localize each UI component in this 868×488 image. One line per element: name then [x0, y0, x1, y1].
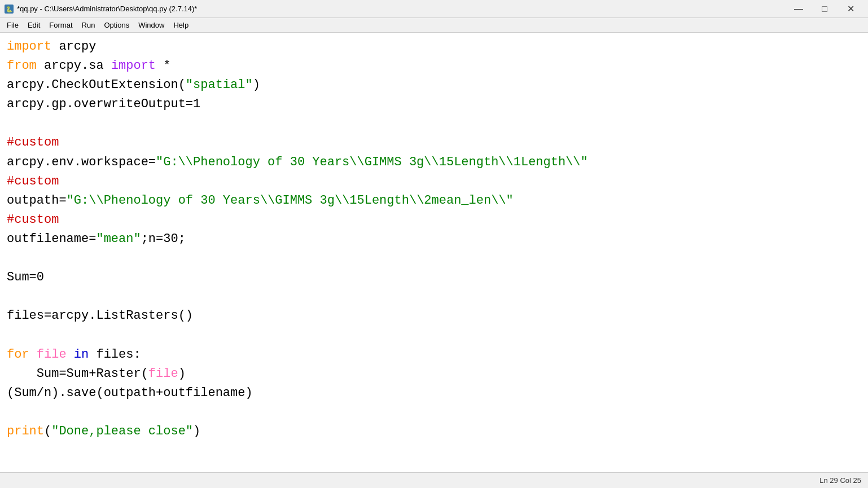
- code-line-20: [7, 403, 861, 422]
- code-line-21: print("Done,please close"): [7, 422, 861, 441]
- code-line-13: Sum=0: [7, 268, 861, 287]
- code-line-12: [7, 249, 861, 268]
- code-line-8: #custom: [7, 172, 861, 191]
- code-line-19: (Sum/n).save(outpath+outfilename): [7, 384, 861, 403]
- code-line-3: arcpy.CheckOutExtension("spatial"): [7, 76, 861, 95]
- python-icon: 🐍: [5, 5, 14, 14]
- svg-text:🐍: 🐍: [6, 6, 13, 13]
- menu-run[interactable]: Run: [77, 20, 100, 30]
- code-editor[interactable]: import arcpy from arcpy.sa import * arcp…: [0, 33, 868, 472]
- menubar: File Edit Format Run Options Window Help: [0, 18, 868, 33]
- menu-file[interactable]: File: [2, 20, 23, 30]
- code-line-4: arcpy.gp.overwriteOutput=1: [7, 95, 861, 114]
- code-line-2: from arcpy.sa import *: [7, 56, 861, 76]
- code-line-6: #custom: [7, 133, 861, 152]
- menu-edit[interactable]: Edit: [23, 20, 45, 30]
- menu-format[interactable]: Format: [45, 20, 77, 30]
- code-line-17: for file in files:: [7, 345, 861, 364]
- window-controls: — □ ✕: [786, 0, 863, 18]
- maximize-button[interactable]: □: [812, 0, 838, 18]
- cursor-position: Ln 29 Col 25: [819, 476, 861, 485]
- code-line-1: import arcpy: [7, 37, 861, 56]
- code-line-15: files=arcpy.ListRasters(): [7, 306, 861, 326]
- code-line-7: arcpy.env.workspace="G:\\Phenology of 30…: [7, 153, 861, 172]
- close-button[interactable]: ✕: [838, 0, 863, 18]
- statusbar: Ln 29 Col 25: [0, 472, 868, 488]
- window-title: *qq.py - C:\Users\Administrator\Desktop\…: [17, 5, 197, 13]
- code-line-18: Sum=Sum+Raster(file): [7, 364, 861, 384]
- code-line-9: outpath="G:\\Phenology of 30 Years\\GIMM…: [7, 191, 861, 210]
- titlebar: 🐍 *qq.py - C:\Users\Administrator\Deskto…: [0, 0, 868, 18]
- code-line-5: [7, 114, 861, 133]
- code-line-11: outfilename="mean";n=30;: [7, 230, 861, 249]
- titlebar-left: 🐍 *qq.py - C:\Users\Administrator\Deskto…: [5, 5, 197, 14]
- code-line-10: #custom: [7, 210, 861, 230]
- code-line-14: [7, 287, 861, 306]
- minimize-button[interactable]: —: [786, 0, 812, 18]
- code-line-16: [7, 326, 861, 345]
- menu-options[interactable]: Options: [99, 20, 134, 30]
- menu-help[interactable]: Help: [169, 20, 193, 30]
- menu-window[interactable]: Window: [134, 20, 169, 30]
